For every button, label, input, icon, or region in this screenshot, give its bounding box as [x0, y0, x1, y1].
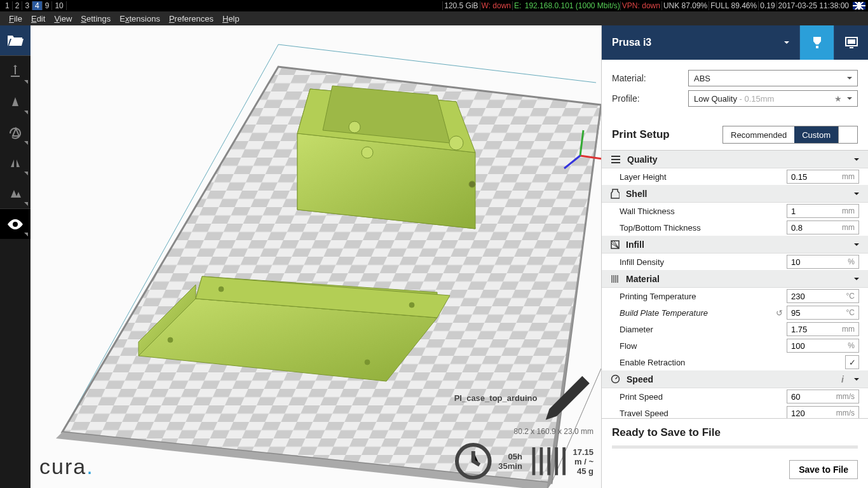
pencil-icon[interactable] — [542, 372, 593, 424]
menu-help[interactable]: Help — [219, 13, 243, 25]
custom-tab[interactable]: Custom — [794, 126, 838, 143]
eye-icon — [8, 219, 23, 229]
save-to-file-button[interactable]: Save to File — [789, 460, 858, 479]
chevron-down-icon — [854, 158, 859, 163]
chevron-down-icon — [784, 41, 789, 46]
menu-edit[interactable]: Edit — [27, 13, 49, 25]
nozzle-icon — [810, 35, 825, 50]
category-infill[interactable]: Infill — [602, 236, 868, 254]
vpn-status: VPN: down — [620, 1, 661, 10]
svg-point-27 — [219, 287, 224, 292]
load-avg: 0.19 — [758, 1, 776, 10]
move-tool[interactable] — [0, 56, 31, 86]
svg-point-34 — [847, 133, 849, 135]
clock-icon — [454, 442, 492, 480]
chevron-down-icon — [854, 278, 859, 283]
eth-link: (1000 Mbit/s) — [576, 1, 620, 10]
layer-height-input[interactable] — [787, 170, 832, 183]
recommended-tab[interactable]: Recommended — [723, 126, 794, 143]
menu-bar: File Edit View Settings Extensions Prefe… — [0, 11, 868, 25]
clock: 2017-03-25 11:38:00 — [776, 1, 850, 10]
material-select[interactable]: ABS — [688, 70, 858, 86]
open-file-button[interactable] — [0, 25, 31, 56]
shell-icon — [611, 189, 620, 199]
menu-extensions[interactable]: Extensions — [116, 13, 164, 25]
topbottom-input[interactable] — [787, 221, 832, 234]
menu-preferences[interactable]: Preferences — [165, 13, 217, 25]
profile-label: Profile: — [612, 93, 688, 104]
full-metric: FULL 89.46% — [709, 1, 758, 10]
workspace-3[interactable]: 3 — [22, 1, 32, 10]
menu-settings[interactable]: Settings — [77, 13, 114, 25]
category-quality[interactable]: Quality — [602, 151, 868, 168]
eth-ip: 192.168.0.101 — [525, 1, 574, 10]
infill-icon — [611, 240, 620, 249]
scale-tool[interactable] — [0, 86, 31, 117]
settings-search-button[interactable] — [838, 126, 857, 143]
svg-point-28 — [409, 302, 414, 308]
viewport-3d[interactable]: cura. PI_case_top_arduino 80.2 x 160.9 x… — [31, 25, 601, 488]
workspace-switcher[interactable]: 1 2 3 4 9 10 — [3, 1, 67, 10]
model-name: PI_case_top_arduino — [454, 393, 538, 403]
setting-enable-retraction: Enable Retraction ✓ — [602, 354, 868, 370]
category-speed[interactable]: Speed i — [602, 370, 868, 388]
material-label: Material: — [612, 73, 688, 83]
flow-input[interactable] — [787, 339, 832, 352]
material-icon — [611, 274, 620, 283]
chevron-down-icon — [854, 193, 859, 198]
folder-open-icon — [7, 34, 24, 48]
svg-point-19 — [349, 121, 360, 133]
settings-list[interactable]: Quality Layer Height mm Shell Wall Thick… — [602, 150, 868, 418]
profile-select[interactable]: Low Quality - 0.15mm ★ — [688, 90, 858, 107]
setup-mode-tabs: Recommended Custom — [722, 126, 858, 144]
category-material[interactable]: Material — [602, 270, 868, 288]
filament-usage: 17.15 m / ~ 45 g — [573, 447, 593, 476]
mirror-tool[interactable] — [0, 147, 31, 178]
category-shell[interactable]: Shell — [602, 185, 868, 203]
ready-label: Ready to Save to File — [612, 426, 858, 439]
travel-speed-input[interactable] — [787, 407, 832, 418]
workspace-1[interactable]: 1 — [3, 1, 13, 10]
system-status-bar: 1 2 3 4 9 10 120.5 GiB W: down E: 192.16… — [0, 0, 868, 11]
keyboard-layout-icon[interactable] — [853, 2, 865, 10]
workspace-9[interactable]: 9 — [43, 1, 53, 10]
print-temp-input[interactable] — [787, 290, 832, 302]
slice-progress-bar — [612, 445, 858, 449]
workspace-10[interactable]: 10 — [52, 1, 66, 10]
view-mode-button[interactable] — [0, 208, 31, 239]
wlan-status: W: down — [480, 1, 512, 10]
reset-icon[interactable]: ↺ — [776, 308, 783, 318]
setting-wall-thickness: Wall Thickness mm — [602, 203, 868, 219]
menu-file[interactable]: File — [5, 13, 26, 25]
speed-icon — [611, 374, 620, 384]
setting-bed-temperature: Build Plate Temperature ↺ °C — [602, 304, 868, 321]
menu-view[interactable]: View — [50, 13, 76, 25]
chevron-down-icon — [847, 97, 852, 102]
printer-name: Prusa i3 — [612, 37, 651, 48]
model-dimensions: 80.2 x 160.9 x 23.0 mm — [454, 427, 593, 436]
printer-selector[interactable]: Prusa i3 — [602, 37, 799, 48]
bed-temp-input[interactable] — [787, 306, 832, 319]
sidebar-footer: Ready to Save to File Save to File — [602, 418, 868, 488]
model-info-panel: PI_case_top_arduino 80.2 x 160.9 x 23.0 … — [454, 372, 593, 480]
workspace-4[interactable]: 4 — [32, 1, 43, 10]
monitor-icon — [844, 35, 859, 50]
svg-line-35 — [848, 135, 849, 136]
diameter-input[interactable] — [787, 323, 832, 336]
print-settings-tab[interactable] — [799, 25, 834, 60]
setting-print-temperature: Printing Temperature °C — [602, 288, 868, 304]
wall-thickness-input[interactable] — [787, 205, 832, 217]
per-model-tool[interactable] — [0, 178, 31, 208]
setting-layer-height: Layer Height mm — [602, 168, 868, 185]
print-speed-input[interactable] — [787, 390, 832, 403]
disk-free: 120.5 GiB — [442, 1, 479, 10]
monitor-tab[interactable] — [834, 25, 868, 60]
workspace-2[interactable]: 2 — [13, 1, 23, 10]
info-icon[interactable]: i — [841, 374, 848, 384]
chevron-down-icon — [854, 243, 859, 248]
svg-point-29 — [365, 360, 370, 365]
retraction-checkbox[interactable]: ✓ — [845, 355, 859, 369]
svg-point-22 — [469, 181, 475, 187]
rotate-tool[interactable] — [0, 117, 31, 147]
infill-density-input[interactable] — [787, 255, 832, 268]
